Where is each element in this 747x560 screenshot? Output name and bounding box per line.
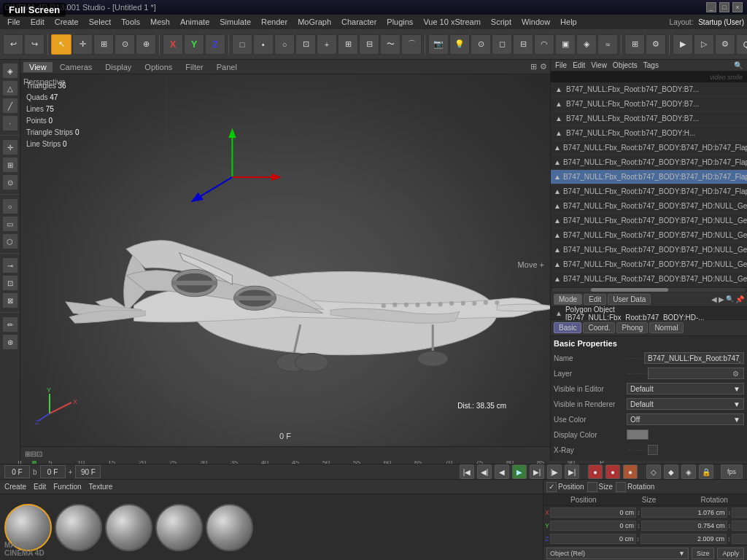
current-frame-input[interactable] [40, 465, 66, 478]
light-tool[interactable]: 💡 [449, 34, 470, 55]
mode-object[interactable]: ◈ [2, 63, 18, 79]
tool-scale[interactable]: ⊞ [2, 157, 18, 173]
pointer-tool[interactable]: ↖ [51, 34, 71, 55]
props-nav-prev[interactable]: ◀ [711, 295, 717, 303]
obj-item-13[interactable]: ▲ B747_NULL:Fbx_Root:b747_BODY:B747_HD:N… [551, 272, 747, 287]
prop-xray-checkbox[interactable] [648, 445, 658, 455]
props-pin[interactable]: 📌 [735, 295, 744, 303]
keyframe-lock-btn[interactable]: 🔒 [699, 464, 713, 479]
env-obj[interactable]: ◈ [576, 34, 597, 55]
go-start-btn[interactable]: |◀ [460, 464, 474, 479]
record-pos-btn[interactable]: ● [588, 464, 603, 479]
menu-character[interactable]: Character [337, 17, 381, 27]
play-btn[interactable]: ▶ [512, 464, 527, 479]
start-frame-input[interactable] [4, 465, 30, 478]
undo-button[interactable]: ↩ [3, 34, 23, 55]
step-fwd-btn[interactable]: |▶ [547, 464, 562, 479]
tab-basic[interactable]: Basic [554, 322, 581, 333]
vp-tab-cameras[interactable]: Cameras [54, 62, 98, 72]
obj-item-0[interactable]: ▲ B747_NULL:Fbx_Root:b747_BODY:B7... [551, 82, 747, 97]
obj-item-14[interactable]: ▲ B747_NULL:Fbx_Root:b747_BODY:B747_HD:N… [551, 287, 747, 287]
vp-tab-panel[interactable]: Panel [211, 62, 243, 72]
go-end-btn[interactable]: ▶| [565, 464, 579, 479]
obj-item-12[interactable]: ▲ B747_NULL:Fbx_Root:b747_BODY:B747_HD:N… [551, 257, 747, 272]
end-frame-input[interactable] [75, 465, 101, 478]
tool-rotate[interactable]: ⊙ [2, 174, 18, 190]
tool-magnet[interactable]: ⊛ [2, 334, 18, 350]
minimize-button[interactable]: _ [706, 2, 716, 12]
menu-mograph[interactable]: MoGraph [293, 17, 336, 27]
move-tool[interactable]: ✛ [72, 34, 93, 55]
menu-help[interactable]: Help [556, 17, 581, 27]
cylinder-obj[interactable]: ⊡ [295, 34, 316, 55]
mat-function[interactable]: Function [53, 483, 81, 491]
maximize-button[interactable]: □ [719, 2, 729, 12]
props-tab-mode[interactable]: Mode [554, 294, 582, 305]
tab-normal[interactable]: Normal [649, 322, 683, 333]
menu-plugins[interactable]: Plugins [382, 17, 417, 27]
tool-paint[interactable]: ✏ [2, 316, 18, 332]
size-btn[interactable]: Size [692, 548, 715, 559]
record-rot-btn[interactable]: ● [605, 464, 620, 479]
cube-obj[interactable]: ▪ [253, 34, 274, 55]
pos-y-input[interactable] [550, 521, 636, 531]
snap-settings[interactable]: ⚙ [646, 34, 666, 55]
general-tool[interactable]: ⊕ [136, 34, 156, 55]
obj-item-7[interactable]: ▲ B747_NULL:Fbx_Root:b747_BODY:B747_HD:b… [551, 184, 747, 199]
fog-obj[interactable]: ≈ [597, 34, 618, 55]
props-search[interactable]: 🔍 [726, 295, 734, 303]
render-settings[interactable]: ⚙ [715, 34, 735, 55]
axis-x[interactable]: X [163, 34, 183, 55]
bg-obj[interactable]: ▣ [555, 34, 576, 55]
sphere-obj[interactable]: ○ [274, 34, 295, 55]
obj-item-5[interactable]: ▲ B747_NULL:Fbx_Root:b747_BODY:B747_HD:b… [551, 155, 747, 170]
size-y-input[interactable] [641, 521, 727, 531]
obj-item-4[interactable]: ▲ B747_NULL:Fbx_Root:b747_BODY:B747_HD:b… [551, 141, 747, 155]
sky-obj[interactable]: ◠ [534, 34, 554, 55]
menu-create[interactable]: Create [50, 17, 83, 27]
rp-file[interactable]: File [555, 61, 567, 69]
menu-mesh[interactable]: Mesh [146, 17, 174, 27]
keyframe-add-btn[interactable]: ◇ [646, 464, 661, 479]
tool-knife[interactable]: ⊸ [2, 257, 18, 273]
redo-button[interactable]: ↪ [24, 34, 44, 55]
tool-bevel[interactable]: ⊠ [2, 292, 18, 308]
keyframe-sel-btn[interactable]: ◈ [681, 464, 696, 479]
step-back-btn[interactable]: ◀| [477, 464, 492, 479]
rot-z-input[interactable] [732, 534, 748, 544]
viewport[interactable]: Triangles 36 Quads 47 Lines 75 Points 0 … [20, 74, 550, 446]
render-all[interactable]: ▷ [694, 34, 714, 55]
obj-item-6[interactable]: ▲ B747_NULL:Fbx_Root:b747_BODY:B747_HD:b… [551, 170, 747, 184]
add-obj[interactable]: + [317, 34, 337, 55]
menu-simulate[interactable]: Simulate [215, 17, 255, 27]
material-ball-1[interactable] [55, 504, 102, 551]
tab-phong[interactable]: Phong [616, 322, 648, 333]
rp-tags[interactable]: Tags [643, 61, 659, 69]
mat-texture[interactable]: Texture [89, 483, 113, 491]
obj-item-10[interactable]: ▲ B747_NULL:Fbx_Root:b747_BODY:B747_HD:N… [551, 228, 747, 243]
rp-edit[interactable]: Edit [573, 61, 585, 69]
vp-tab-filter[interactable]: Filter [179, 62, 209, 72]
snap-btn[interactable]: ⊞ [624, 34, 645, 55]
fullscreen-badge[interactable]: Full Screen [3, 3, 66, 17]
obj-item-3[interactable]: ▲ B747_NULL:Fbx_Root:b747_BODY:H... [551, 126, 747, 141]
rp-view[interactable]: View [591, 61, 607, 69]
menu-vue[interactable]: Vue 10 xStream [419, 17, 484, 27]
vp-tab-display[interactable]: Display [99, 62, 137, 72]
props-nav-next[interactable]: ▶ [719, 295, 724, 303]
prop-display-color-swatch[interactable] [627, 429, 649, 440]
props-tab-edit[interactable]: Edit [584, 294, 606, 305]
tool-extrude[interactable]: ⊡ [2, 275, 18, 291]
prev-frame-btn[interactable]: ◀ [495, 464, 509, 479]
obj-item-11[interactable]: ▲ B747_NULL:Fbx_Root:b747_BODY:B747_HD:N… [551, 243, 747, 257]
prop-vis-renderer-dropdown[interactable]: Default ▼ [627, 398, 744, 410]
prop-layer-input[interactable]: ⚙ [648, 368, 744, 379]
sym-obj[interactable]: ⊟ [359, 34, 379, 55]
area-light[interactable]: ◻ [492, 34, 512, 55]
camera-tool[interactable]: 📷 [428, 34, 449, 55]
size-x-input[interactable] [641, 508, 727, 518]
vp-maximize[interactable]: ⊞ [530, 62, 537, 71]
tool-move[interactable]: ✛ [2, 139, 18, 155]
material-ball-4[interactable] [206, 504, 253, 551]
floor-obj[interactable]: ⊟ [513, 34, 533, 55]
